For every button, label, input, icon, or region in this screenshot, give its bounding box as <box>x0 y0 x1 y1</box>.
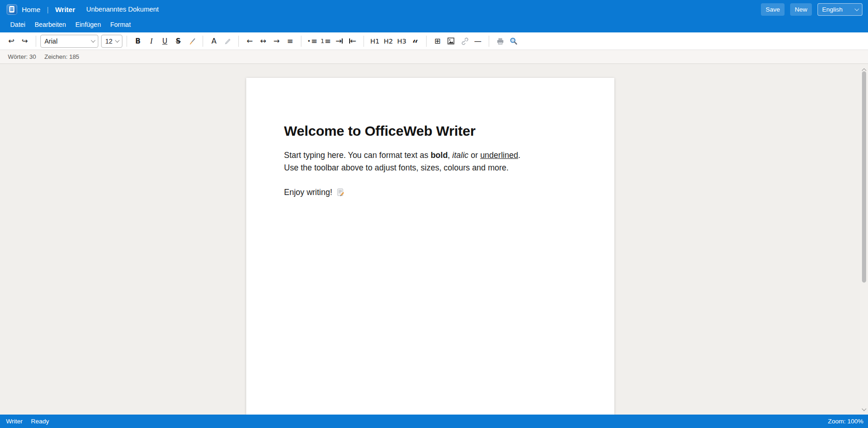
highlight-brush-icon[interactable] <box>185 35 198 48</box>
italic-text: italic <box>452 151 468 160</box>
chevron-down-icon <box>855 6 859 11</box>
heading2-button[interactable]: H2 <box>382 35 395 48</box>
app-name: Writer <box>55 6 75 13</box>
doc-paragraph-3: Enjoy writing! <box>284 186 577 199</box>
insert-table-icon[interactable]: ⊞ <box>431 35 444 48</box>
status-bar: Writer Ready Zoom: 100% <box>0 415 868 428</box>
bullet-list-icon[interactable]: • ≡ <box>306 35 319 48</box>
menu-bar: Datei Bearbeiten Einfügen Format <box>0 19 868 32</box>
underlined-text: underlined <box>480 151 518 160</box>
document-page[interactable]: Welcome to OfficeWeb Writer Start typing… <box>246 78 614 415</box>
bold-button[interactable]: B <box>132 35 144 48</box>
redo-icon[interactable]: ↪ <box>19 35 31 48</box>
toolbar-divider <box>36 36 36 47</box>
toolbar-divider <box>426 36 427 47</box>
insert-image-icon[interactable] <box>445 35 457 48</box>
toolbar-divider <box>489 36 489 47</box>
chevron-down-icon <box>115 38 120 43</box>
vertical-scrollbar[interactable] <box>860 64 868 415</box>
formatting-toolbar: ↩ ↪ Arial 12 B I U S A ← ↔ → ≡ • ≡ 1 ≡ → <box>0 32 868 50</box>
italic-button[interactable]: I <box>145 35 158 48</box>
toolbar-divider <box>301 36 301 47</box>
doc-paragraph-1: Start typing here. You can format text a… <box>284 149 577 162</box>
underline-button[interactable]: U <box>159 35 171 48</box>
header-separator: | <box>47 6 49 13</box>
numbered-list-icon[interactable]: 1 ≡ <box>319 35 332 48</box>
menu-format[interactable]: Format <box>106 19 135 30</box>
language-select[interactable]: English <box>817 3 862 16</box>
font-family-select[interactable]: Arial <box>40 35 98 48</box>
insert-link-icon[interactable] <box>458 35 471 48</box>
toolbar-divider <box>203 36 203 47</box>
word-count-bar: Wörter: 30 Zeichen: 185 <box>0 50 868 64</box>
align-right-icon[interactable]: → <box>270 35 283 48</box>
status-state: Ready <box>31 418 49 425</box>
font-size-value: 12 <box>105 38 113 45</box>
document-title[interactable]: Unbenanntes Dokument <box>86 6 159 13</box>
scroll-down-icon[interactable] <box>862 407 866 411</box>
search-icon[interactable] <box>507 35 520 48</box>
doc-heading: Welcome to OfficeWeb Writer <box>284 123 577 139</box>
toolbar-divider <box>238 36 239 47</box>
outdent-icon[interactable]: ← <box>346 35 359 48</box>
header-bar: Home | Writer Unbenanntes Dokument Save … <box>0 0 868 19</box>
new-button[interactable]: New <box>790 3 812 16</box>
bold-text: bold <box>431 151 448 160</box>
toolbar-divider <box>364 36 364 47</box>
horizontal-rule-icon[interactable]: — <box>472 35 484 48</box>
zoom-level: Zoom: 100% <box>828 418 863 425</box>
app-logo-icon <box>6 4 17 15</box>
word-count: Wörter: 30 <box>8 53 36 60</box>
align-center-icon[interactable]: ↔ <box>257 35 269 48</box>
indent-icon[interactable]: → <box>333 35 345 48</box>
heading1-button[interactable]: H1 <box>369 35 381 48</box>
font-family-value: Arial <box>45 38 57 45</box>
doc-paragraph-2: Use the toolbar above to adjust fonts, s… <box>284 162 577 174</box>
char-count: Zeichen: 185 <box>45 53 79 60</box>
heading3-button[interactable]: H3 <box>396 35 408 48</box>
home-link[interactable]: Home <box>22 6 40 13</box>
font-color-button[interactable]: A <box>208 35 220 48</box>
align-left-icon[interactable]: ← <box>243 35 256 48</box>
menu-bearbeiten[interactable]: Bearbeiten <box>30 19 71 30</box>
strikethrough-button[interactable]: S <box>172 35 185 48</box>
undo-icon[interactable]: ↩ <box>5 35 18 48</box>
align-justify-icon[interactable]: ≡ <box>284 35 296 48</box>
format-pencil-icon[interactable] <box>221 35 234 48</box>
status-app-name: Writer <box>6 418 23 425</box>
scrollbar-thumb[interactable] <box>862 71 866 283</box>
chevron-down-icon <box>91 38 96 43</box>
document-canvas: Welcome to OfficeWeb Writer Start typing… <box>0 64 868 415</box>
save-button[interactable]: Save <box>761 3 785 16</box>
menu-einfuegen[interactable]: Einfügen <box>70 19 105 30</box>
scroll-up-icon[interactable] <box>862 68 866 71</box>
language-select-value: English <box>822 6 842 13</box>
font-size-select[interactable]: 12 <box>101 35 122 48</box>
print-icon[interactable] <box>494 35 506 48</box>
menu-datei[interactable]: Datei <box>6 19 30 30</box>
memo-emoji-icon <box>336 188 345 197</box>
blockquote-icon[interactable]: “ <box>409 35 421 48</box>
toolbar-divider <box>127 36 127 47</box>
